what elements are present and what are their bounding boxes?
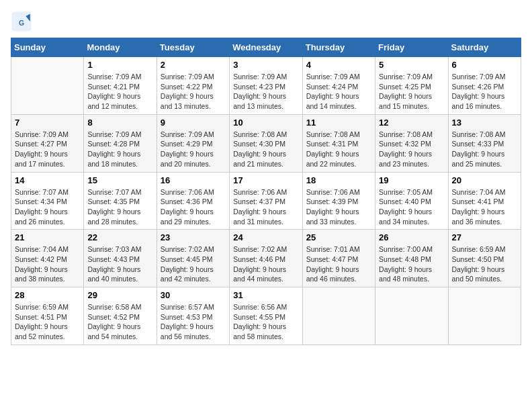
- calendar-cell: 1Sunrise: 7:09 AMSunset: 4:21 PMDaylight…: [84, 57, 157, 115]
- calendar-cell: 2Sunrise: 7:09 AMSunset: 4:22 PMDaylight…: [157, 57, 229, 115]
- col-tuesday: Tuesday: [157, 38, 229, 57]
- calendar-cell: 8Sunrise: 7:09 AMSunset: 4:28 PMDaylight…: [84, 114, 157, 172]
- day-number: 11: [306, 118, 371, 128]
- calendar-cell: [302, 287, 375, 345]
- day-info: Sunrise: 7:04 AMSunset: 4:42 PMDaylight:…: [15, 244, 80, 284]
- day-info: Sunrise: 7:01 AMSunset: 4:47 PMDaylight:…: [306, 244, 371, 284]
- day-number: 9: [161, 118, 226, 128]
- day-info: Sunrise: 7:03 AMSunset: 4:43 PMDaylight:…: [87, 244, 152, 284]
- day-info: Sunrise: 7:06 AMSunset: 4:36 PMDaylight:…: [161, 187, 226, 227]
- day-number: 28: [15, 290, 80, 300]
- calendar-cell: 12Sunrise: 7:08 AMSunset: 4:32 PMDayligh…: [375, 114, 448, 172]
- col-friday: Friday: [375, 38, 448, 57]
- day-info: Sunrise: 7:08 AMSunset: 4:30 PMDaylight:…: [233, 130, 298, 169]
- day-info: Sunrise: 7:09 AMSunset: 4:28 PMDaylight:…: [87, 130, 152, 169]
- day-number: 4: [306, 60, 371, 70]
- calendar-cell: 21Sunrise: 7:04 AMSunset: 4:42 PMDayligh…: [11, 230, 84, 287]
- calendar-week-row: 28Sunrise: 6:59 AMSunset: 4:51 PMDayligh…: [11, 287, 521, 345]
- day-info: Sunrise: 7:06 AMSunset: 4:39 PMDaylight:…: [306, 187, 371, 227]
- day-number: 3: [233, 60, 298, 70]
- day-number: 30: [161, 290, 226, 300]
- day-number: 1: [87, 60, 152, 70]
- calendar-table: Sunday Monday Tuesday Wednesday Thursday…: [11, 38, 521, 345]
- calendar-cell: 29Sunrise: 6:58 AMSunset: 4:52 PMDayligh…: [84, 287, 157, 345]
- day-info: Sunrise: 6:59 AMSunset: 4:50 PMDaylight:…: [452, 244, 517, 284]
- day-info: Sunrise: 7:08 AMSunset: 4:31 PMDaylight:…: [306, 130, 371, 169]
- calendar-cell: 31Sunrise: 6:56 AMSunset: 4:55 PMDayligh…: [230, 287, 302, 345]
- day-number: 27: [452, 232, 517, 242]
- day-number: 29: [87, 290, 152, 300]
- logo-icon: G: [11, 11, 32, 32]
- day-info: Sunrise: 7:06 AMSunset: 4:37 PMDaylight:…: [233, 187, 298, 227]
- day-number: 6: [452, 60, 517, 70]
- calendar-cell: 15Sunrise: 7:07 AMSunset: 4:35 PMDayligh…: [84, 172, 157, 230]
- calendar-cell: 5Sunrise: 7:09 AMSunset: 4:25 PMDaylight…: [375, 57, 448, 115]
- col-wednesday: Wednesday: [230, 38, 302, 57]
- day-info: Sunrise: 7:07 AMSunset: 4:35 PMDaylight:…: [87, 187, 152, 227]
- calendar-cell: 28Sunrise: 6:59 AMSunset: 4:51 PMDayligh…: [11, 287, 84, 345]
- day-number: 10: [233, 118, 298, 128]
- calendar-cell: 22Sunrise: 7:03 AMSunset: 4:43 PMDayligh…: [84, 230, 157, 287]
- calendar-header: Sunday Monday Tuesday Wednesday Thursday…: [11, 38, 521, 57]
- calendar-cell: 11Sunrise: 7:08 AMSunset: 4:31 PMDayligh…: [302, 114, 375, 172]
- day-info: Sunrise: 6:59 AMSunset: 4:51 PMDaylight:…: [15, 302, 80, 342]
- day-info: Sunrise: 7:09 AMSunset: 4:23 PMDaylight:…: [233, 72, 298, 111]
- calendar-cell: 20Sunrise: 7:04 AMSunset: 4:41 PMDayligh…: [448, 172, 521, 230]
- day-number: 18: [306, 175, 371, 185]
- calendar-cell: [375, 287, 448, 345]
- day-number: 20: [452, 175, 517, 185]
- calendar-cell: 30Sunrise: 6:57 AMSunset: 4:53 PMDayligh…: [157, 287, 229, 345]
- calendar-cell: 10Sunrise: 7:08 AMSunset: 4:30 PMDayligh…: [230, 114, 302, 172]
- day-info: Sunrise: 7:09 AMSunset: 4:26 PMDaylight:…: [452, 72, 517, 111]
- calendar-cell: 19Sunrise: 7:05 AMSunset: 4:40 PMDayligh…: [375, 172, 448, 230]
- calendar-week-row: 1Sunrise: 7:09 AMSunset: 4:21 PMDaylight…: [11, 57, 521, 115]
- day-number: 22: [87, 232, 152, 242]
- col-sunday: Sunday: [11, 38, 84, 57]
- day-number: 14: [15, 175, 80, 185]
- day-number: 15: [87, 175, 152, 185]
- day-info: Sunrise: 7:09 AMSunset: 4:22 PMDaylight:…: [161, 72, 226, 111]
- col-saturday: Saturday: [448, 38, 521, 57]
- day-info: Sunrise: 7:05 AMSunset: 4:40 PMDaylight:…: [379, 187, 444, 227]
- day-info: Sunrise: 7:08 AMSunset: 4:32 PMDaylight:…: [379, 130, 444, 169]
- day-info: Sunrise: 7:09 AMSunset: 4:27 PMDaylight:…: [15, 130, 80, 169]
- day-number: 23: [161, 232, 226, 242]
- calendar-cell: 9Sunrise: 7:09 AMSunset: 4:29 PMDaylight…: [157, 114, 229, 172]
- day-number: 12: [379, 118, 444, 128]
- calendar-cell: 7Sunrise: 7:09 AMSunset: 4:27 PMDaylight…: [11, 114, 84, 172]
- day-info: Sunrise: 7:09 AMSunset: 4:21 PMDaylight:…: [87, 72, 152, 111]
- day-number: 5: [379, 60, 444, 70]
- day-info: Sunrise: 7:08 AMSunset: 4:33 PMDaylight:…: [452, 130, 517, 169]
- calendar-cell: 25Sunrise: 7:01 AMSunset: 4:47 PMDayligh…: [302, 230, 375, 287]
- day-info: Sunrise: 7:04 AMSunset: 4:41 PMDaylight:…: [452, 187, 517, 227]
- day-number: 31: [233, 290, 298, 300]
- calendar-cell: [11, 57, 84, 115]
- day-info: Sunrise: 6:58 AMSunset: 4:52 PMDaylight:…: [87, 302, 152, 342]
- calendar-body: 1Sunrise: 7:09 AMSunset: 4:21 PMDaylight…: [11, 57, 521, 345]
- calendar-cell: 26Sunrise: 7:00 AMSunset: 4:48 PMDayligh…: [375, 230, 448, 287]
- day-number: 24: [233, 232, 298, 242]
- day-number: 13: [452, 118, 517, 128]
- day-number: 16: [161, 175, 226, 185]
- calendar-cell: 18Sunrise: 7:06 AMSunset: 4:39 PMDayligh…: [302, 172, 375, 230]
- day-info: Sunrise: 7:02 AMSunset: 4:45 PMDaylight:…: [161, 244, 226, 284]
- calendar-cell: 17Sunrise: 7:06 AMSunset: 4:37 PMDayligh…: [230, 172, 302, 230]
- calendar-cell: [448, 287, 521, 345]
- day-info: Sunrise: 7:09 AMSunset: 4:24 PMDaylight:…: [306, 72, 371, 111]
- svg-text:G: G: [19, 19, 24, 27]
- day-number: 7: [15, 118, 80, 128]
- calendar-cell: 16Sunrise: 7:06 AMSunset: 4:36 PMDayligh…: [157, 172, 229, 230]
- calendar-week-row: 14Sunrise: 7:07 AMSunset: 4:34 PMDayligh…: [11, 172, 521, 230]
- col-monday: Monday: [84, 38, 157, 57]
- day-info: Sunrise: 7:02 AMSunset: 4:46 PMDaylight:…: [233, 244, 298, 284]
- calendar-cell: 23Sunrise: 7:02 AMSunset: 4:45 PMDayligh…: [157, 230, 229, 287]
- day-info: Sunrise: 7:07 AMSunset: 4:34 PMDaylight:…: [15, 187, 80, 227]
- calendar-cell: 6Sunrise: 7:09 AMSunset: 4:26 PMDaylight…: [448, 57, 521, 115]
- day-number: 2: [161, 60, 226, 70]
- day-info: Sunrise: 7:09 AMSunset: 4:29 PMDaylight:…: [161, 130, 226, 169]
- calendar-cell: 27Sunrise: 6:59 AMSunset: 4:50 PMDayligh…: [448, 230, 521, 287]
- day-number: 26: [379, 232, 444, 242]
- calendar-cell: 13Sunrise: 7:08 AMSunset: 4:33 PMDayligh…: [448, 114, 521, 172]
- day-number: 25: [306, 232, 371, 242]
- calendar-cell: 3Sunrise: 7:09 AMSunset: 4:23 PMDaylight…: [230, 57, 302, 115]
